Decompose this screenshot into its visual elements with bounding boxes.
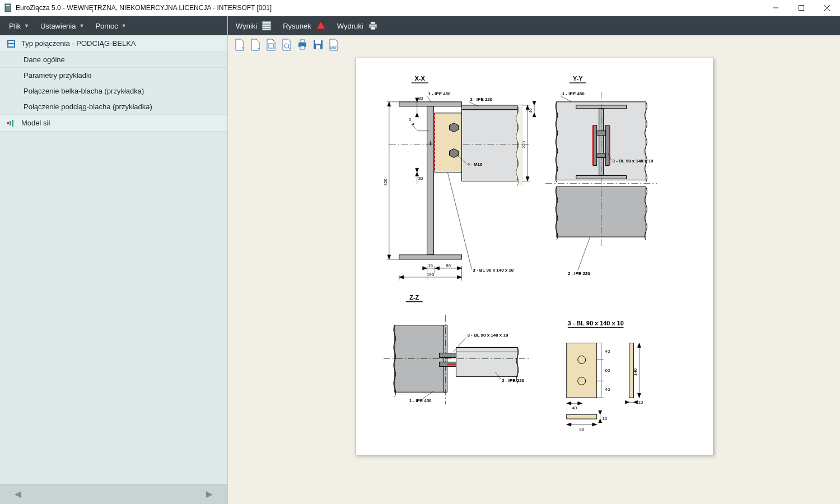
svg-rect-90 [596,153,605,158]
section-yy-title: Y-Y [572,75,582,82]
svg-marker-77 [457,276,461,279]
xx-dim-15: 15 [428,263,433,268]
svg-rect-3 [799,6,804,11]
svg-rect-17 [371,22,375,24]
svg-marker-15 [316,21,325,29]
doc-print-icon[interactable] [297,39,307,51]
tree-item-general[interactable]: Dane ogólne [0,52,227,68]
chevron-down-icon: ▼ [79,23,84,29]
left-pane: Plik▼ Ustawienia▼ Pomoc▼ Typ połączenia … [0,16,228,504]
xx-plate [435,113,461,172]
menu-file[interactable]: Plik▼ [3,16,35,35]
svg-rect-26 [300,46,305,49]
section-zz-title: Z-Z [409,294,419,301]
svg-marker-129 [598,410,601,414]
window-controls [763,0,840,16]
svg-rect-11 [262,21,271,30]
doc-new-icon[interactable]: + [235,39,245,51]
doc-preview-icon[interactable] [282,39,292,51]
tool-printouts[interactable]: Wydruki [333,16,382,35]
menu-settings-label: Ustawienia [40,22,76,30]
svg-rect-33 [427,106,433,255]
printer-icon [368,21,378,31]
minimize-button[interactable] [763,0,788,16]
nav-prev-button[interactable]: ◄ [10,488,26,501]
plate-dim-60: 60 [605,368,610,373]
maximize-button[interactable] [788,0,814,16]
plate-detail-title: 3 - BL 90 x 140 x 10 [567,320,623,326]
tree-item-girder-plate[interactable]: Połączenie podciąg-blacha (przykładka) [0,99,227,115]
svg-rect-10 [12,120,13,127]
svg-rect-102 [439,353,456,357]
svg-rect-25 [300,40,305,43]
svg-rect-35 [461,105,517,110]
xx-dim-30-bot: 30 [418,176,423,181]
plate-dim-140: 140 [633,368,638,376]
svg-marker-65 [533,101,536,105]
svg-rect-88 [605,125,609,166]
tree-item-beam-plate[interactable]: Połączenie belka-blacha (przykładka) [0,83,227,99]
svg-marker-120 [625,400,629,404]
svg-marker-126 [566,423,571,426]
xx-dim-190: 190 [426,272,434,277]
nav-next-button[interactable]: ► [202,488,217,501]
xx-lbl-ipe450: 1 - IPE 450 [428,91,450,96]
xx-dim-450: 450 [382,178,388,186]
menu-help-label: Pomoc [95,22,118,30]
footer-nav: ◄ ► [0,484,227,504]
window-title: EuroZłącza 5.0 - WEWNĘTRZNA, NIEKOMERCYJ… [16,4,763,12]
svg-rect-8 [7,122,9,124]
svg-marker-39 [449,123,458,132]
svg-marker-123 [566,402,571,405]
svg-marker-63 [526,176,529,181]
doc-remove-icon[interactable]: − [250,39,260,51]
plate-dim-40b: 40 [605,387,610,392]
menu-help[interactable]: Pomoc▼ [90,16,132,35]
svg-text:−: − [257,45,260,51]
xx-dim-220: 220 [521,141,526,148]
plate-dim-40a: 40 [605,349,610,354]
xx-dim-40: 40 [528,108,533,113]
svg-text:+: + [241,45,244,51]
tree-item-label: Dane ogólne [24,55,65,64]
svg-line-43 [427,96,431,102]
svg-rect-29 [316,45,320,49]
tool-drawing[interactable]: Rysunek [278,16,330,35]
tree-header-connection-type[interactable]: Typ połączenia - PODCIĄG-BELKA [0,35,227,52]
tree-header-force-model[interactable]: Model sił [0,115,227,132]
doc-save-icon[interactable] [313,39,323,51]
svg-marker-51 [387,102,390,106]
menu-file-label: Plik [9,22,21,30]
yy-lbl-ipe220: 2 - IPE 220 [567,271,590,276]
drawing-icon [316,21,326,31]
chevron-down-icon: ▼ [24,23,29,29]
app-icon [3,3,12,12]
svg-rect-99 [456,352,517,376]
toolbar-document: + − DXF [228,35,840,54]
menu-settings[interactable]: Ustawienia▼ [35,16,90,35]
plate-front [566,343,596,398]
xx-lbl-ipe220: 2 - IPE 220 [470,97,492,102]
drawing-canvas-wrap: X-X [228,54,840,504]
section-xx-title: X-X [414,75,425,82]
zz-lbl-bl: 3 - BL 90 x 140 x 10 [467,333,508,338]
svg-marker-118 [637,393,641,398]
tree-item-plate-params[interactable]: Parametry przykładki [0,68,227,83]
zz-lbl-ipe220: 2 - IPE 220 [502,378,524,383]
tool-results[interactable]: Wyniki [231,16,276,35]
svg-marker-73 [457,267,461,270]
tree-item-label: Parametry przykładki [24,71,91,80]
svg-marker-130 [598,419,601,423]
svg-marker-57 [415,168,418,172]
close-button[interactable] [814,0,840,16]
tree-header-label: Model sił [21,119,50,127]
xx-lbl-bl: 3 - BL 90 x 140 x 10 [473,268,514,273]
svg-marker-117 [637,343,641,348]
svg-marker-121 [633,400,637,404]
svg-marker-76 [399,276,403,279]
zz-girder [393,325,445,397]
results-icon [262,21,272,31]
doc-bounds-icon[interactable] [266,39,276,51]
doc-dxf-icon[interactable]: DXF [329,39,339,51]
svg-marker-40 [449,149,458,158]
